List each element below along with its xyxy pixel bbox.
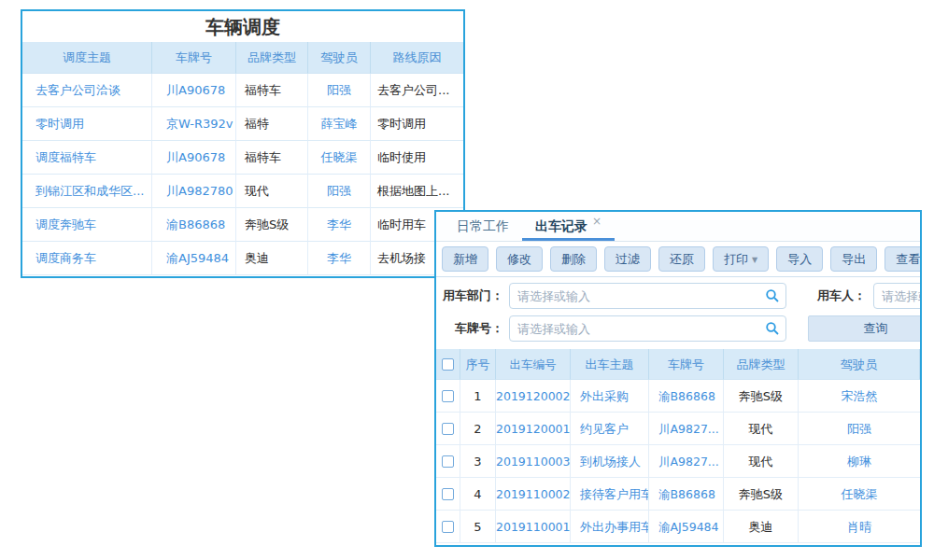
- edit-button[interactable]: 修改: [496, 246, 543, 273]
- tab-daily-work[interactable]: 日常工作: [444, 212, 522, 241]
- add-button[interactable]: 新增: [442, 246, 488, 273]
- row-checkbox[interactable]: [442, 423, 454, 435]
- search-icon[interactable]: [765, 288, 780, 303]
- driver-link[interactable]: 任晓渠: [308, 141, 371, 175]
- plate-input[interactable]: [509, 315, 786, 342]
- query-button[interactable]: 查询: [808, 315, 922, 342]
- subject-link[interactable]: 外出采购: [571, 380, 649, 413]
- table-header-row: 调度主题 车牌号 品牌类型 驾驶员 路线原因: [22, 42, 463, 74]
- driver-link[interactable]: 阳强: [308, 175, 371, 208]
- plate-link[interactable]: 川A90678: [152, 74, 236, 107]
- checkbox-cell: [436, 478, 460, 511]
- plate-link[interactable]: 川A90678: [152, 141, 236, 175]
- subject-link[interactable]: 到机场接人: [571, 445, 649, 478]
- export-button[interactable]: 导出: [830, 246, 877, 273]
- import-button[interactable]: 导入: [776, 246, 823, 273]
- checkbox-cell: [436, 413, 460, 445]
- select-all-checkbox[interactable]: [442, 358, 454, 371]
- vehicle-dispatch-panel: 车辆调度 调度主题 车牌号 品牌类型 驾驶员 路线原因 去客户公司洽谈 川A90…: [21, 9, 465, 278]
- reason-cell: 零时调用: [371, 107, 463, 141]
- view-log-button[interactable]: 查看日志: [884, 246, 922, 273]
- table-row: 1 2019120002 外出采购 渝B86868 奔驰S级 宋浩然: [436, 380, 920, 413]
- table-row: 去客户公司洽谈 川A90678 福特车 阳强 去客户公司...: [22, 74, 463, 107]
- brand-cell: 奔驰S级: [724, 478, 799, 511]
- search-form: 用车部门： 用车人： 车牌号： 查询: [436, 277, 920, 349]
- subject-link[interactable]: 约见客户: [571, 413, 649, 445]
- row-checkbox[interactable]: [442, 455, 454, 468]
- subject-link[interactable]: 接待客户用车: [571, 478, 649, 511]
- table-row: 调度福特车 川A90678 福特车 任晓渠 临时使用: [22, 141, 463, 175]
- driver-link[interactable]: 肖晴: [799, 511, 920, 543]
- driver-link[interactable]: 任晓渠: [799, 478, 920, 511]
- code-link[interactable]: 2019120002: [496, 380, 571, 413]
- reason-cell: 去客户公司...: [371, 74, 463, 107]
- table-row: 3 2019110003 到机场接人 川A9827... 现代 柳琳: [436, 445, 920, 478]
- row-checkbox[interactable]: [442, 521, 454, 533]
- plate-link[interactable]: 渝AJ59484: [152, 242, 236, 275]
- plate-link[interactable]: 川A9827...: [649, 445, 724, 478]
- plate-link[interactable]: 渝B86868: [152, 208, 236, 242]
- chevron-down-icon: ▼: [752, 256, 757, 264]
- plate-link[interactable]: 渝AJ59484: [649, 511, 724, 543]
- row-checkbox[interactable]: [442, 390, 454, 402]
- brand-cell: 福特车: [236, 74, 308, 107]
- brand-cell: 现代: [236, 175, 308, 208]
- dept-label: 用车部门：: [436, 283, 503, 309]
- delete-button[interactable]: 删除: [550, 246, 597, 273]
- table-row: 到锦江区和成华区... 川A982780 现代 阳强 根据地图上...: [22, 175, 463, 208]
- driver-link[interactable]: 李华: [308, 208, 371, 242]
- column-header-driver: 驾驶员: [799, 349, 920, 380]
- driver-link[interactable]: 李华: [308, 242, 371, 275]
- checkbox-cell: [436, 511, 460, 543]
- subject-link[interactable]: 零时调用: [22, 107, 152, 141]
- column-header-brand: 品牌类型: [724, 349, 799, 380]
- plate-link[interactable]: 渝B86868: [649, 478, 724, 511]
- close-icon[interactable]: ×: [592, 215, 601, 228]
- dept-input[interactable]: [509, 283, 786, 309]
- column-header-subject: 出车主题: [571, 349, 649, 380]
- brand-cell: 奥迪: [724, 511, 799, 543]
- table-row: 零时调用 京W-R392v 福特 薛宝峰 零时调用: [22, 107, 463, 141]
- reason-cell: 根据地图上...: [371, 175, 463, 208]
- trip-table: 序号 出车编号 出车主题 车牌号 品牌类型 驾驶员 1 2019120002 外…: [436, 349, 920, 543]
- filter-button[interactable]: 过滤: [604, 246, 651, 273]
- subject-link[interactable]: 调度奔驰车: [22, 208, 152, 242]
- no-cell: 1: [460, 380, 496, 413]
- plate-link[interactable]: 川A982780: [152, 175, 236, 208]
- plate-link[interactable]: 川A9827...: [649, 413, 724, 445]
- column-header-driver: 驾驶员: [308, 42, 371, 74]
- search-icon[interactable]: [765, 321, 780, 336]
- driver-link[interactable]: 柳琳: [799, 445, 920, 478]
- user-input[interactable]: [873, 283, 922, 309]
- code-link[interactable]: 2019110001: [496, 511, 571, 543]
- tab-label: 出车记录: [535, 218, 587, 233]
- driver-link[interactable]: 阳强: [308, 74, 371, 107]
- print-dropdown-button[interactable]: 打印▼: [713, 246, 769, 273]
- code-link[interactable]: 2019110003: [496, 445, 571, 478]
- brand-cell: 福特车: [236, 141, 308, 175]
- subject-link[interactable]: 去客户公司洽谈: [22, 74, 152, 107]
- restore-button[interactable]: 还原: [658, 246, 705, 273]
- header-checkbox-cell: [436, 349, 460, 380]
- subject-link[interactable]: 调度福特车: [22, 141, 152, 175]
- driver-link[interactable]: 阳强: [799, 413, 920, 445]
- column-header-code: 出车编号: [496, 349, 571, 380]
- driver-link[interactable]: 薛宝峰: [308, 107, 371, 141]
- plate-link[interactable]: 渝B86868: [649, 380, 724, 413]
- reason-cell: 临时使用: [371, 141, 463, 175]
- no-cell: 4: [460, 478, 496, 511]
- subject-link[interactable]: 到锦江区和成华区...: [22, 175, 152, 208]
- brand-cell: 奥迪: [236, 242, 308, 275]
- driver-link[interactable]: 宋浩然: [799, 380, 920, 413]
- tab-trip-record[interactable]: 出车记录×: [522, 212, 615, 241]
- code-link[interactable]: 2019110002: [496, 478, 571, 511]
- no-cell: 2: [460, 413, 496, 445]
- plate-link[interactable]: 京W-R392v: [152, 107, 236, 141]
- column-header-brand: 品牌类型: [236, 42, 308, 74]
- subject-link[interactable]: 外出办事用车: [571, 511, 649, 543]
- code-link[interactable]: 2019120001: [496, 413, 571, 445]
- subject-link[interactable]: 调度商务车: [22, 242, 152, 275]
- trip-record-panel: 日常工作 出车记录× 新增 修改 删除 过滤 还原 打印▼ 导入 导出 查看日志…: [434, 210, 922, 547]
- print-label: 打印: [724, 252, 748, 266]
- row-checkbox[interactable]: [442, 488, 454, 500]
